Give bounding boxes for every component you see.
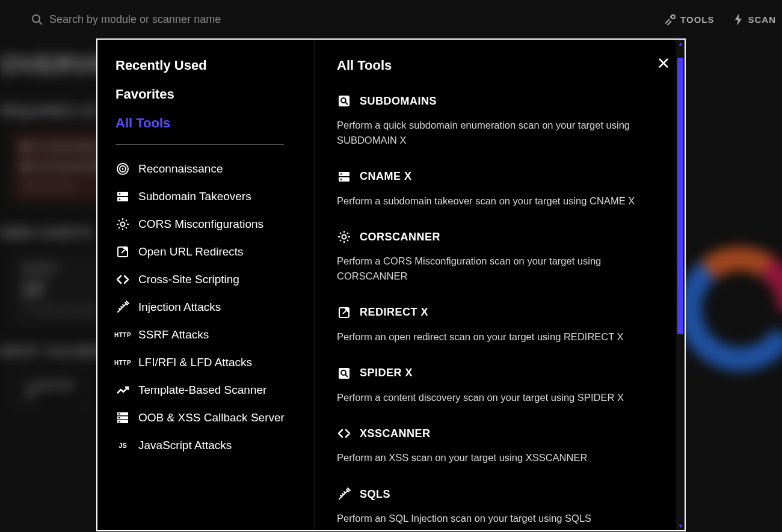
category-label: Cross-Site Scripting (138, 273, 239, 286)
search-input[interactable] (49, 13, 350, 26)
scrollbar-thumb[interactable] (677, 58, 683, 334)
scroll-up-icon: ▲ (678, 41, 683, 47)
scroll-down-icon: ▼ (678, 523, 683, 529)
category-template-based-scanner[interactable]: Template-Based Scanner (115, 383, 315, 397)
tool-description: Perform a CORS Misconfiguration scan on … (337, 254, 668, 284)
tool-name: CNAME X (360, 170, 412, 183)
bolt-icon (732, 13, 743, 26)
close-icon (657, 57, 670, 70)
category-label: JavaScript Attacks (138, 439, 232, 452)
category-cors-misconfigurations[interactable]: CORS Misconfigurations (115, 217, 315, 231)
tool-description: Perform a content discovery scan on your… (337, 390, 668, 405)
category-label: Injection Attacks (138, 301, 221, 314)
tool-corscanner[interactable]: CORSCANNERPerform a CORS Misconfiguratio… (337, 230, 668, 284)
target-icon (115, 162, 130, 176)
tools-icon (663, 13, 676, 25)
topbar: TOOLS SCAN (0, 0, 782, 38)
http-icon: HTTP (115, 355, 130, 370)
code-icon (337, 426, 351, 441)
tool-name: XSSCANNER (360, 427, 431, 440)
nav-all-tools[interactable]: All Tools (115, 115, 315, 131)
tool-redirect-x[interactable]: REDIRECT XPerform an open redirect scan … (337, 305, 668, 344)
pageview-icon (337, 94, 351, 108)
tool-name: CORSCANNER (360, 231, 440, 243)
gear-icon (115, 217, 130, 231)
storage-icon (115, 411, 130, 425)
js-icon: JS (115, 438, 130, 453)
tool-sqls[interactable]: SQLSPerform an SQL Injection scan on you… (337, 487, 668, 526)
tool-cname-x[interactable]: CNAME XPerform a subdomain takeover scan… (337, 170, 668, 209)
modal-overlay: Recently Used Favorites All Tools Reconn… (0, 38, 782, 532)
tool-name: SQLS (360, 488, 390, 501)
chart-icon (115, 383, 130, 397)
category-label: Subdomain Takeovers (138, 190, 251, 203)
modal-sidebar: Recently Used Favorites All Tools Reconn… (97, 40, 315, 530)
search-wrap (30, 13, 663, 26)
divider (115, 144, 284, 145)
category-label: Template-Based Scanner (138, 384, 266, 397)
tools-modal: Recently Used Favorites All Tools Reconn… (96, 38, 686, 531)
tool-description: Perform an SQL Injection scan on your ta… (337, 511, 668, 526)
category-subdomain-takeovers[interactable]: Subdomain Takeovers (115, 189, 315, 204)
category-oob-xss-callback-server[interactable]: OOB & XSS Callback Server (115, 411, 315, 425)
category-javascript-attacks[interactable]: JSJavaScript Attacks (115, 438, 315, 453)
syringe-icon (337, 487, 351, 501)
dns-icon (115, 189, 130, 204)
pageview-icon (337, 366, 351, 381)
tool-name: REDIRECT X (360, 306, 428, 319)
category-open-url-redirects[interactable]: Open URL Redirects (115, 245, 315, 259)
category-lfi-rfi-lfd-attacks[interactable]: HTTPLFI/RFI & LFD Attacks (115, 355, 315, 370)
search-icon (30, 13, 43, 26)
category-reconnaissance[interactable]: Reconnaissance (115, 162, 315, 176)
category-label: OOB & XSS Callback Server (138, 411, 285, 424)
dns-icon (337, 170, 351, 184)
category-injection-attacks[interactable]: Injection Attacks (115, 300, 315, 314)
tool-xsscanner[interactable]: XSSCANNERPerform an XSS scan on your tar… (337, 426, 668, 465)
tools-button[interactable]: TOOLS (663, 13, 714, 25)
modal-title: All Tools (337, 58, 668, 73)
open-icon (337, 305, 351, 320)
category-label: SSRF Attacks (138, 328, 209, 341)
modal-content: All Tools SUBDOMAINSPerform a quick subd… (315, 40, 685, 530)
scrollbar[interactable]: ▲ ▼ (676, 40, 685, 530)
category-label: CORS Misconfigurations (138, 218, 263, 231)
tool-description: Perform an open redirect scan on your ta… (337, 329, 668, 344)
syringe-icon (115, 300, 130, 314)
tool-name: SUBDOMAINS (360, 95, 437, 108)
category-ssrf-attacks[interactable]: HTTPSSRF Attacks (115, 328, 315, 342)
tool-description: Perform a subdomain takeover scan on you… (337, 194, 668, 209)
http-icon: HTTP (115, 328, 130, 342)
category-cross-site-scripting[interactable]: Cross-Site Scripting (115, 272, 315, 287)
scan-label: SCAN (748, 14, 776, 25)
tool-spider-x[interactable]: SPIDER XPerform a content discovery scan… (337, 366, 668, 405)
gear-icon (337, 230, 351, 244)
tools-label: TOOLS (680, 14, 714, 25)
category-label: Reconnaissance (138, 162, 223, 176)
nav-favorites[interactable]: Favorites (115, 87, 315, 102)
code-icon (115, 272, 130, 287)
top-actions: TOOLS SCAN (663, 13, 776, 26)
category-label: LFI/RFI & LFD Attacks (138, 356, 252, 369)
tool-description: Perform an XSS scan on your target using… (337, 450, 668, 465)
tool-description: Perform a quick subdomain enumeration sc… (337, 118, 668, 148)
category-label: Open URL Redirects (138, 245, 244, 258)
open-icon (115, 245, 130, 259)
close-button[interactable] (657, 57, 670, 70)
tool-subdomains[interactable]: SUBDOMAINSPerform a quick subdomain enum… (337, 94, 668, 148)
tool-name: SPIDER X (360, 367, 413, 379)
nav-recently-used[interactable]: Recently Used (115, 58, 315, 73)
scan-button[interactable]: SCAN (732, 13, 776, 26)
